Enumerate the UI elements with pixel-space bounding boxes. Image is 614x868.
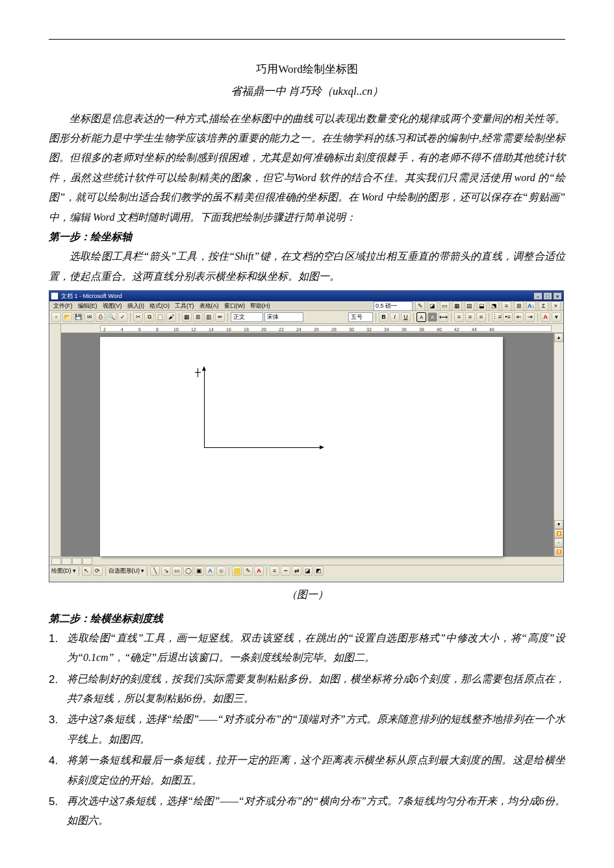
- bold-icon[interactable]: B: [379, 312, 389, 322]
- intro-paragraph: 坐标图是信息表达的一种方式,描绘在坐标图中的曲线可以表现出数量变化的规律或两个变…: [49, 109, 565, 227]
- oval-tool-icon[interactable]: ◯: [183, 566, 193, 576]
- ruler-tick: 26: [314, 325, 319, 332]
- print-view-icon[interactable]: [72, 558, 82, 565]
- ruler-tick: 12: [191, 325, 196, 332]
- align-right-icon[interactable]: ≡: [476, 312, 486, 322]
- preview-icon[interactable]: 🔍: [107, 312, 116, 322]
- figure-1: 文档 1 - Microsoft Word – □ × 文件(F) 编辑(E) …: [49, 290, 565, 582]
- word-editor-area: ▲ ▼ ⏫ ◦ ⏬: [49, 333, 563, 556]
- columns-icon[interactable]: ▥: [204, 312, 214, 322]
- zoom-field[interactable]: 0.5 磅━: [374, 301, 413, 311]
- select-objects-icon[interactable]: ↖: [82, 566, 92, 576]
- fill-color-icon[interactable]: [232, 566, 242, 576]
- arrow-tool-icon[interactable]: ↘: [161, 566, 171, 576]
- paste-icon[interactable]: 📋: [155, 312, 165, 322]
- ruler-tick: 8: [156, 325, 159, 332]
- outline-view-icon[interactable]: [83, 558, 92, 565]
- x-axis-arrow[interactable]: [204, 447, 321, 448]
- save-icon[interactable]: 💾: [73, 312, 83, 322]
- char-border-icon[interactable]: A: [416, 312, 426, 322]
- browse-object-icon[interactable]: ◦: [554, 538, 563, 547]
- menu-format[interactable]: 格式(O): [148, 301, 171, 312]
- word-page[interactable]: [100, 337, 503, 556]
- style-field[interactable]: 正文: [231, 312, 263, 322]
- bullets-icon[interactable]: •≡: [503, 312, 513, 322]
- ruler-tick: 2: [103, 325, 106, 332]
- rotate-icon[interactable]: ⟳: [93, 566, 103, 576]
- fontsize-field[interactable]: 五号: [348, 312, 373, 322]
- scroll-up-icon[interactable]: ▲: [554, 333, 563, 342]
- font-color-icon[interactable]: A: [541, 312, 550, 322]
- line-color-icon[interactable]: ✎: [243, 566, 253, 576]
- menu-tools[interactable]: 工具(T): [173, 301, 196, 312]
- pencil-icon[interactable]: ✎: [415, 301, 425, 311]
- font-color2-icon[interactable]: A: [254, 566, 264, 576]
- menu-insert[interactable]: 插入(I): [126, 301, 146, 312]
- menu-view[interactable]: 视图(V): [101, 301, 123, 312]
- underline-icon[interactable]: U: [401, 312, 411, 322]
- prev-page-icon[interactable]: ⏫: [554, 529, 563, 538]
- align-icon[interactable]: ≡: [502, 301, 511, 311]
- scroll-down-icon[interactable]: ▼: [554, 520, 563, 529]
- border-icon[interactable]: ▭: [440, 301, 450, 311]
- menu-edit[interactable]: 编辑(E): [77, 301, 99, 312]
- rectangle-tool-icon[interactable]: ▭: [172, 566, 182, 576]
- spell-icon[interactable]: ✓: [118, 312, 127, 322]
- document-subtitle: 省福鼎一中 肖巧玲（ukxql..cn）: [49, 81, 565, 102]
- menu-help[interactable]: 帮助(H): [249, 301, 272, 312]
- menu-window[interactable]: 窗口(W): [223, 301, 247, 312]
- grid-icon[interactable]: ▦: [452, 301, 462, 311]
- web-view-icon[interactable]: [62, 558, 71, 565]
- dist-icon[interactable]: ⊞: [514, 301, 524, 311]
- font-field[interactable]: 宋体: [264, 312, 303, 322]
- arrow-style-icon[interactable]: ⇄: [292, 566, 301, 576]
- align-left-icon[interactable]: ≡: [454, 312, 464, 322]
- menu-table[interactable]: 表格(A): [198, 301, 220, 312]
- merge-icon[interactable]: ⬓: [477, 301, 487, 311]
- 3d-icon[interactable]: ◩: [314, 566, 324, 576]
- line-tool-icon[interactable]: ╲: [150, 566, 160, 576]
- vertical-scrollbar[interactable]: ▲ ▼ ⏫ ◦ ⏬: [554, 333, 563, 556]
- ruler-tick: 20: [261, 325, 266, 332]
- autoshapes-label[interactable]: 自选图形(U): [109, 565, 140, 577]
- maximize-button[interactable]: □: [543, 292, 552, 300]
- copy-icon[interactable]: ⧉: [144, 312, 154, 322]
- open-icon[interactable]: 📂: [62, 312, 72, 322]
- cut-icon[interactable]: ✂: [133, 312, 143, 322]
- line-style-icon[interactable]: ≡: [270, 566, 279, 576]
- shade-icon[interactable]: ▤: [465, 301, 474, 311]
- minimize-button[interactable]: –: [533, 292, 543, 300]
- dash-style-icon[interactable]: ┅: [281, 566, 290, 576]
- char-scale-icon[interactable]: ⟷: [439, 312, 448, 322]
- print-icon[interactable]: ⎙: [96, 312, 105, 322]
- indent-icon[interactable]: ⇥: [525, 312, 535, 322]
- new-icon[interactable]: ▫: [51, 312, 61, 322]
- italic-icon[interactable]: I: [390, 312, 400, 322]
- outdent-icon[interactable]: ⇤: [514, 312, 524, 322]
- close-button[interactable]: ×: [553, 292, 562, 300]
- sort-az-icon[interactable]: A↓: [526, 301, 536, 311]
- textbox-icon[interactable]: ▣: [194, 566, 204, 576]
- toolbar-more-icon[interactable]: ▾: [552, 312, 561, 322]
- align-center-icon[interactable]: ≡: [465, 312, 475, 322]
- draw-menu-label[interactable]: 绘图(D): [51, 565, 71, 577]
- next-page-icon[interactable]: ⏬: [554, 547, 563, 556]
- close-x-icon[interactable]: ×: [551, 301, 561, 311]
- numbering-icon[interactable]: ⋮≡: [492, 312, 502, 322]
- y-axis-arrow[interactable]: [204, 369, 205, 447]
- fmt-painter-icon[interactable]: 🖌: [166, 312, 176, 322]
- mail-icon[interactable]: ✉: [84, 312, 94, 322]
- shadow-icon[interactable]: ◪: [303, 566, 313, 576]
- split-icon[interactable]: ⬔: [489, 301, 499, 311]
- ruler-tick: 10: [173, 325, 179, 332]
- char-shading-icon[interactable]: A: [428, 312, 437, 322]
- clipart-icon[interactable]: ☺: [216, 566, 226, 576]
- wordart-icon[interactable]: A: [205, 566, 215, 576]
- brush-icon[interactable]: ◪: [428, 301, 437, 311]
- tables-borders-icon[interactable]: ▦: [182, 312, 192, 322]
- drawing-icon[interactable]: ✏: [215, 312, 225, 322]
- sum-icon[interactable]: Σ: [539, 301, 548, 311]
- insert-table-icon[interactable]: ⊞: [193, 312, 203, 322]
- normal-view-icon[interactable]: [51, 558, 61, 565]
- menu-file[interactable]: 文件(F): [52, 301, 74, 312]
